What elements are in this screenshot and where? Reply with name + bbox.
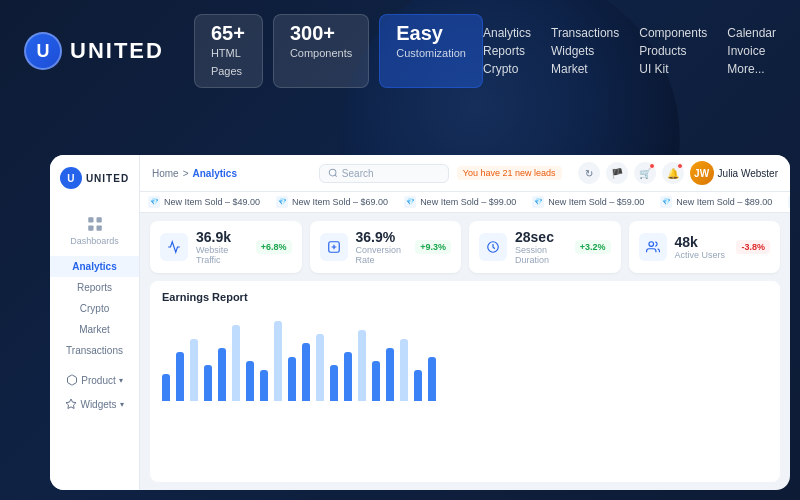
traffic-label: Website Traffic (196, 245, 248, 265)
chart-title: Earnings Report (162, 291, 768, 303)
nav-analytics[interactable]: Analytics (483, 26, 531, 40)
sidebar-item-transactions[interactable]: Transactions (50, 340, 139, 361)
product-chevron: ▾ (119, 376, 123, 385)
ticker-icon-2: 💎 (404, 196, 416, 208)
grid-icon (86, 215, 104, 233)
conversion-icon (320, 233, 348, 261)
ticker-icon-5: 💎 (788, 196, 790, 208)
ticker-icon-4: 💎 (660, 196, 672, 208)
session-info: 28sec Session Duration (515, 229, 567, 265)
bar-0 (162, 374, 170, 401)
nav-uikit[interactable]: UI Kit (639, 62, 707, 76)
leads-badge: You have 21 new leads (457, 166, 562, 180)
user-name: Julia Webster (718, 168, 778, 179)
bar-15 (372, 361, 380, 401)
refresh-icon-btn[interactable]: ↻ (578, 162, 600, 184)
top-bar: Home > Analytics Search You have 21 new … (140, 155, 790, 192)
sidebar-item-market[interactable]: Market (50, 319, 139, 340)
ticker-icon-3: 💎 (532, 196, 544, 208)
features-list: 65+ HTML Pages 300+ Components Easy Cust… (194, 14, 483, 88)
bar-14 (358, 330, 366, 401)
svg-rect-3 (96, 226, 101, 231)
breadcrumb-separator: > (183, 168, 189, 179)
nav-components[interactable]: Components (639, 26, 707, 40)
sidebar-item-dashboards[interactable]: Dashboards (50, 207, 139, 254)
feature-pill-customization: Easy Customization (379, 14, 483, 88)
ticker-icon-1: 💎 (276, 196, 288, 208)
traffic-change: +6.8% (256, 240, 292, 254)
stat-card-session: 28sec Session Duration +3.2% (469, 221, 621, 273)
bar-6 (246, 361, 254, 401)
ticker-text-0: New Item Sold – $49.00 (164, 197, 260, 207)
nav-widgets[interactable]: Widgets (551, 44, 619, 58)
session-label: Session Duration (515, 245, 567, 265)
sidebar-item-crypto[interactable]: Crypto (50, 298, 139, 319)
bar-11 (316, 334, 324, 401)
svg-line-6 (335, 175, 337, 177)
nav-invoice[interactable]: Invoice (727, 44, 776, 58)
nav-market[interactable]: Market (551, 62, 619, 76)
users-value: 48k (675, 234, 729, 250)
users-change: -3.8% (736, 240, 770, 254)
sidebar-item-widgets[interactable]: Widgets ▾ (50, 393, 139, 415)
sidebar-logo-text: UNITED (86, 173, 129, 184)
components-count: 300+ (290, 23, 352, 43)
svg-point-5 (329, 169, 336, 176)
bar-12 (330, 365, 338, 401)
brand-logo[interactable]: U UNITED (24, 32, 164, 70)
nav-crypto[interactable]: Crypto (483, 62, 531, 76)
avatar-image: JW (690, 161, 714, 185)
bar-9 (288, 357, 296, 401)
ticker-text-2: New Item Sold – $99.00 (420, 197, 516, 207)
bar-5 (232, 325, 240, 401)
top-bar-icons: ↻ 🏴 🛒 🔔 JW Julia Webster (578, 161, 778, 185)
users-icon (639, 233, 667, 261)
sidebar-item-product[interactable]: Product ▾ (50, 369, 139, 391)
flag-icon-btn[interactable]: 🏴 (606, 162, 628, 184)
conversion-info: 36.9% Conversion Rate (356, 229, 408, 265)
dashboard-panel: U UNITED Dashboards Analytics Reports Cr… (50, 155, 790, 490)
sidebar-logo-icon: U (60, 167, 82, 189)
sidebar-item-reports[interactable]: Reports (50, 277, 139, 298)
nav-more[interactable]: More... (727, 62, 776, 76)
nav-calendar[interactable]: Calendar (727, 26, 776, 40)
bar-2 (190, 339, 198, 401)
svg-rect-1 (96, 217, 101, 222)
customization-label: Customization (396, 47, 466, 59)
sidebar-brand[interactable]: U UNITED (60, 167, 129, 189)
nav-transactions[interactable]: Transactions (551, 26, 619, 40)
cart-badge (649, 163, 655, 169)
sidebar-dashboards-label: Dashboards (70, 236, 119, 246)
cart-icon-btn[interactable]: 🛒 (634, 162, 656, 184)
users-label: Active Users (675, 250, 729, 260)
product-label: Product (81, 375, 115, 386)
bar-13 (344, 352, 352, 401)
stat-card-conversion: 36.9% Conversion Rate +9.3% (310, 221, 462, 273)
stats-row: 36.9k Website Traffic +6.8% 36.9% Co (140, 213, 790, 281)
pages-count: 65+ (211, 23, 246, 43)
conversion-label: Conversion Rate (356, 245, 408, 265)
main-content: Home > Analytics Search You have 21 new … (140, 155, 790, 490)
logo-icon: U (24, 32, 62, 70)
ticker-item-1: 💎 New Item Sold – $69.00 (276, 196, 388, 208)
customization-title: Easy (396, 23, 466, 43)
search-bar[interactable]: Search (319, 164, 449, 183)
ticker-bar: 💎 New Item Sold – $49.00 💎 New Item Sold… (140, 192, 790, 213)
stat-card-traffic: 36.9k Website Traffic +6.8% (150, 221, 302, 273)
user-avatar[interactable]: JW Julia Webster (690, 161, 778, 185)
bar-3 (204, 365, 212, 401)
ticker-text-1: New Item Sold – $69.00 (292, 197, 388, 207)
widgets-chevron: ▾ (120, 400, 124, 409)
breadcrumb: Home > Analytics (152, 168, 237, 179)
traffic-icon (160, 233, 188, 261)
ticker-item-4: 💎 New Item Sold – $89.00 (660, 196, 772, 208)
sidebar-item-analytics[interactable]: Analytics (50, 256, 139, 277)
bar-chart (162, 311, 768, 401)
bell-icon-btn[interactable]: 🔔 (662, 162, 684, 184)
nav-reports[interactable]: Reports (483, 44, 531, 58)
nav-products[interactable]: Products (639, 44, 707, 58)
ticker-item-3: 💎 New Item Sold – $59.00 (532, 196, 644, 208)
ticker-item-5: 💎 New Item Sold – $… (788, 196, 790, 208)
breadcrumb-home[interactable]: Home (152, 168, 179, 179)
breadcrumb-current: Analytics (193, 168, 237, 179)
